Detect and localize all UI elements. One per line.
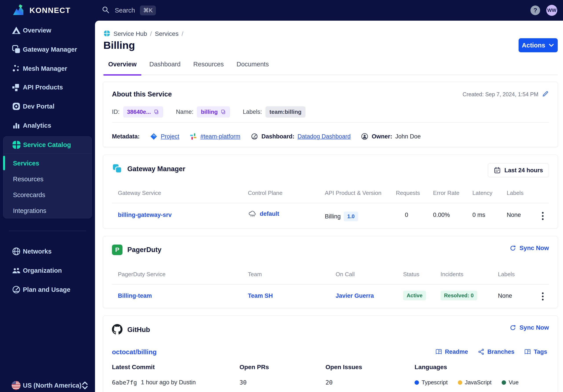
branches-icon — [478, 348, 485, 355]
owner-group: Owner: John Doe — [361, 133, 421, 140]
open-prs-value: 30 — [240, 379, 247, 386]
pagerduty-card-title: PagerDuty — [127, 246, 161, 254]
github-repo-link[interactable]: octocat/billing — [112, 348, 157, 356]
status-cell: Active — [403, 291, 426, 300]
sidebar: Overview Gateway Manager Mesh Manager AP… — [0, 21, 95, 392]
brand-logo[interactable]: KONNECT — [12, 0, 71, 21]
sidebar-item-service-catalog[interactable]: Service Catalog — [3, 138, 92, 151]
service-id-pill[interactable]: 38640e... — [123, 106, 163, 118]
edit-pencil-icon[interactable] — [542, 90, 549, 98]
sidebar-item-api-products[interactable]: API Products — [0, 81, 95, 94]
service-name-pill[interactable]: billing — [197, 106, 230, 118]
metadata-row: Metadata: Project #team-platform — [112, 129, 421, 144]
sidebar-item-networks[interactable]: Networks — [0, 245, 95, 258]
owner-name: John Doe — [395, 133, 421, 140]
sidebar-item-gateway-manager[interactable]: Gateway Manager — [0, 43, 95, 56]
pagerduty-service-link[interactable]: Billing-team — [118, 293, 152, 299]
dashboard-link-group: Dashboard: Datadog Dashboard — [251, 133, 351, 140]
open-issues-header: Open Issues — [325, 364, 362, 371]
actions-button[interactable]: Actions — [519, 38, 558, 52]
tags-link[interactable]: Tags — [524, 348, 547, 355]
row-kebab-menu[interactable] — [541, 292, 544, 301]
version-badge[interactable]: 1.0 — [344, 212, 358, 221]
breadcrumb-separator: / — [182, 30, 183, 37]
search-placeholder: Search — [115, 7, 135, 14]
open-prs-header: Open PRs — [240, 364, 269, 371]
mesh-manager-icon — [12, 64, 21, 74]
sidebar-item-scorecards[interactable]: Scorecards — [3, 188, 92, 201]
slack-icon — [189, 133, 197, 140]
slack-channel-link[interactable]: #team-platform — [200, 133, 240, 140]
overview-icon — [12, 25, 21, 35]
branches-link[interactable]: Branches — [478, 348, 514, 355]
jira-icon — [150, 133, 158, 140]
pagerduty-logo-icon: P — [112, 245, 123, 255]
gateway-service-link[interactable]: billing-gateway-srv — [118, 212, 172, 218]
breadcrumb-services[interactable]: Services — [155, 30, 178, 37]
control-plane-link[interactable]: default — [260, 210, 279, 217]
sidebar-item-services[interactable]: Services — [3, 157, 92, 170]
service-catalog-panel: Service Catalog Services Resources Score… — [3, 136, 92, 218]
datadog-dashboard-link[interactable]: Datadog Dashboard — [297, 133, 351, 140]
pagerduty-sync-now-button[interactable]: Sync Now — [509, 245, 549, 252]
table-divider — [112, 203, 549, 203]
jira-project-link-group[interactable]: Project — [150, 133, 179, 140]
slack-link-group[interactable]: #team-platform — [189, 133, 240, 140]
top-bar: KONNECT Search ⌘K ? WW — [0, 0, 563, 21]
tags-book-icon — [524, 348, 531, 355]
help-button[interactable]: ? — [530, 5, 540, 15]
sidebar-item-analytics[interactable]: Analytics — [0, 119, 95, 132]
team-link[interactable]: Team SH — [248, 293, 273, 299]
gateway-table-row: billing-gateway-srv default Billing 1.0 … — [103, 209, 558, 223]
github-card: GitHub Sync Now octocat/billing Readme — [103, 316, 558, 392]
refresh-icon — [509, 324, 516, 331]
sidebar-item-integrations[interactable]: Integrations — [3, 204, 92, 217]
sidebar-item-overview[interactable]: Overview — [0, 24, 95, 37]
active-tab-underline — [103, 74, 141, 76]
topbar-actions: ? WW — [530, 0, 557, 21]
tab-bar: Overview Dashboard Resources Documents — [103, 61, 558, 75]
sidebar-item-mesh-manager[interactable]: Mesh Manager — [0, 62, 95, 75]
table-divider — [112, 284, 549, 284]
refresh-icon — [509, 245, 516, 252]
github-repo-actions: Readme Branches Tags — [435, 348, 547, 355]
row-kebab-menu[interactable] — [541, 211, 544, 221]
project-link[interactable]: Project — [161, 133, 179, 140]
error-rate-cell: 0.00% — [433, 212, 450, 218]
readme-link[interactable]: Readme — [435, 348, 468, 355]
tab-dashboard[interactable]: Dashboard — [144, 61, 185, 75]
on-call-link[interactable]: Javier Guerra — [336, 293, 374, 299]
javascript-dot-icon — [458, 380, 462, 385]
language-item: Vue — [502, 379, 519, 386]
copy-icon[interactable] — [154, 109, 159, 115]
copy-icon[interactable] — [220, 109, 226, 115]
sidebar-item-resources[interactable]: Resources — [3, 172, 92, 186]
brand-wordmark: KONNECT — [29, 6, 71, 15]
cloud-icon — [248, 209, 257, 218]
tab-documents[interactable]: Documents — [231, 61, 274, 75]
tab-overview[interactable]: Overview — [103, 61, 141, 75]
labels-label: Labels: — [243, 109, 262, 115]
calendar-icon — [494, 167, 501, 174]
tab-resources[interactable]: Resources — [189, 61, 229, 75]
sidebar-item-dev-portal[interactable]: Dev Portal — [0, 100, 95, 113]
sidebar-divider — [9, 231, 86, 231]
region-selector[interactable]: US (North America) — [0, 378, 95, 392]
commit-sha: 6abe7fg — [112, 379, 137, 386]
sidebar-item-plan-and-usage[interactable]: Plan and Usage — [0, 283, 95, 296]
user-avatar[interactable]: WW — [546, 5, 557, 16]
sidebar-item-organization[interactable]: Organization — [0, 264, 95, 277]
breadcrumb: Service Hub / Services / — [103, 30, 183, 38]
name-label: Name: — [176, 109, 193, 115]
us-flag-icon — [11, 380, 21, 391]
time-range-button[interactable]: Last 24 hours — [488, 163, 549, 177]
dashboard-gauge-icon — [251, 133, 258, 140]
readme-book-icon — [435, 348, 442, 355]
service-hub-icon — [103, 30, 110, 38]
requests-cell: 0 — [405, 212, 408, 218]
breadcrumb-service-hub[interactable]: Service Hub — [114, 30, 147, 37]
owner-label: Owner: — [372, 133, 392, 140]
github-sync-now-button[interactable]: Sync Now — [509, 324, 549, 331]
gateway-manager-card-icon — [112, 163, 123, 175]
global-search[interactable]: Search ⌘K — [102, 0, 156, 21]
